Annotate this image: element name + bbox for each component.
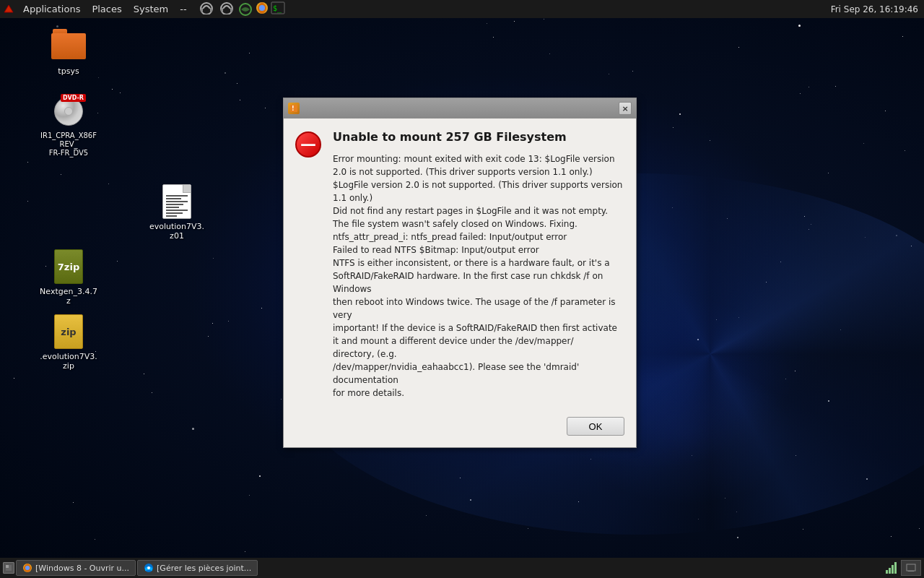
menu-places[interactable]: Places xyxy=(86,0,127,18)
desktop-icon-evolution-z01[interactable]: evolution7V3.z01 xyxy=(148,184,206,241)
show-desktop-button[interactable] xyxy=(901,560,921,576)
system-tray: Fri Sep 26, 16:19:46 xyxy=(831,4,924,14)
desktop-icon-dvd[interactable]: DVD-R IR1_CPRA_X86FREV_ FR-FR_DV5 xyxy=(40,94,97,158)
distro-icon[interactable] xyxy=(1,2,16,17)
svg-rect-15 xyxy=(9,565,12,568)
network-icon[interactable] xyxy=(237,3,253,16)
dialog-heading: Unable to mount 257 GB Filesystem xyxy=(333,130,624,144)
svg-text:$_: $_ xyxy=(273,4,282,13)
icon-label-evolution-zip: .evolution7V3.zip xyxy=(40,352,97,371)
dialog-titlebar: ! × xyxy=(284,98,636,118)
ok-button[interactable]: OK xyxy=(567,417,624,436)
desktop-icon-tpsys[interactable]: tpsys xyxy=(40,29,97,76)
svg-point-21 xyxy=(147,566,150,569)
svg-rect-22 xyxy=(907,564,915,571)
desktop-icon-nextgen[interactable]: 7zip Nextgen_3.4.7z xyxy=(40,249,97,306)
headphones-icon2[interactable] xyxy=(219,1,235,17)
svg-point-19 xyxy=(25,566,30,570)
task-button-1[interactable]: [Windows 8 - Ouvrir u... xyxy=(16,560,136,576)
svg-rect-16 xyxy=(6,568,9,571)
icon-label-tpsys: tpsys xyxy=(58,66,79,76)
icon-label-evolution-z01: evolution7V3.z01 xyxy=(148,222,206,241)
svg-rect-23 xyxy=(908,571,914,571)
taskbar-bottom: [Windows 8 - Ouvrir u... [Gérer les pièc… xyxy=(0,558,924,578)
task-label-2: [Gérer les pièces joint... xyxy=(157,564,251,573)
error-icon-circle: — xyxy=(295,131,321,158)
dialog-footer: OK xyxy=(284,411,636,447)
terminal-icon[interactable]: $_ xyxy=(271,1,285,17)
dialog-close-button[interactable]: × xyxy=(619,102,632,115)
firefox-icon-small xyxy=(22,563,32,573)
desktop-icon-evolution-zip[interactable]: zip .evolution7V3.zip xyxy=(40,314,97,371)
svg-rect-14 xyxy=(6,565,9,568)
taskbar-top: Applications Places System -- xyxy=(0,0,924,18)
error-dialog: ! × — Unable to mount 257 GB Filesystem … xyxy=(283,98,637,448)
svg-rect-17 xyxy=(9,568,12,571)
svg-rect-2 xyxy=(201,8,203,12)
svg-rect-3 xyxy=(210,8,212,12)
error-icon: — xyxy=(295,131,321,158)
icon-label-nextgen: Nextgen_3.4.7z xyxy=(40,287,97,306)
svg-point-9 xyxy=(259,5,265,11)
bar-chart-icon xyxy=(886,562,897,574)
pager-btn[interactable] xyxy=(3,562,14,574)
dialog-body: — Unable to mount 257 GB Filesystem Erro… xyxy=(284,118,636,411)
dialog-message: Error mounting: mount exited with exit c… xyxy=(333,152,624,400)
headphones-icon[interactable] xyxy=(199,1,214,17)
task-button-2[interactable]: [Gérer les pièces joint... xyxy=(137,560,258,576)
task-label-1: [Windows 8 - Ouvrir u... xyxy=(35,564,129,573)
svg-rect-6 xyxy=(230,8,232,12)
datetime: Fri Sep 26, 16:19:46 xyxy=(831,4,918,14)
dialog-content: Unable to mount 257 GB Filesystem Error … xyxy=(333,130,624,400)
thunderbird-icon-small xyxy=(144,563,154,573)
svg-text:!: ! xyxy=(292,105,295,112)
firefox-icon[interactable] xyxy=(255,1,269,18)
dialog-title-icon: ! xyxy=(288,103,300,114)
volume-icon[interactable] xyxy=(886,562,897,574)
menu-applications[interactable]: Applications xyxy=(17,0,86,18)
icon-label-dvd: IR1_CPRA_X86FREV_ FR-FR_DV5 xyxy=(40,131,97,158)
menu-system[interactable]: System xyxy=(128,0,174,18)
menu-separator: -- xyxy=(174,0,192,18)
svg-rect-5 xyxy=(221,8,223,12)
show-desktop-icon xyxy=(906,564,916,572)
svg-marker-0 xyxy=(4,5,13,12)
